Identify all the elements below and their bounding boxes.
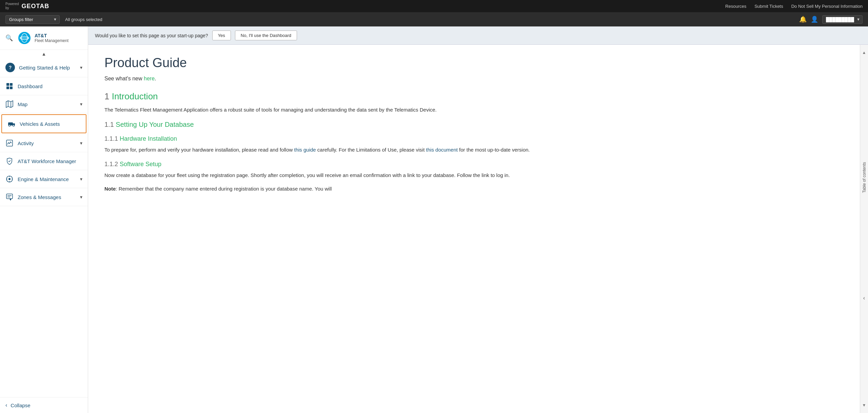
svg-line-19 <box>11 142 12 143</box>
guide-subtitle: See what's new here. <box>104 76 844 82</box>
dashboard-label: Dashboard <box>18 83 82 89</box>
sidebar-brand-name: AT&T <box>35 33 68 38</box>
top-bar: Poweredby GEOTAB Resources Submit Ticket… <box>0 0 868 12</box>
main-content: Would you like to set this page as your … <box>88 26 868 413</box>
att-logo <box>18 32 31 44</box>
vehicles-icon <box>7 120 16 128</box>
search-icon[interactable]: 🔍 <box>4 33 14 43</box>
section-1-1-1-body: To prepare for, perform and verify your … <box>104 146 844 154</box>
resources-link[interactable]: Resources <box>725 4 746 9</box>
section-1-1-title: Setting Up Your Database <box>116 121 194 128</box>
no-dashboard-button[interactable]: No, I'll use the Dashboard <box>235 31 297 40</box>
groups-filter-wrapper: Groups filter ▼ <box>5 15 60 24</box>
user-menu[interactable]: █████████ ▼ <box>822 15 863 24</box>
sidebar-brand-sub: Fleet Management <box>35 38 68 43</box>
user-icon[interactable]: 👤 <box>811 16 818 23</box>
section-1-heading: 1 Introduction <box>104 91 844 102</box>
getting-started-label: Getting Started & Help <box>19 65 76 71</box>
svg-point-21 <box>8 178 11 180</box>
content-scroll[interactable]: Product Guide See what's new here. 1 Int… <box>88 45 860 413</box>
sidebar: 🔍 AT&T Fleet Management ▲ ? Getting Star… <box>0 26 88 413</box>
svg-marker-8 <box>6 101 13 107</box>
section-1-title: Introduction <box>112 91 158 101</box>
note-label: Note <box>104 186 116 192</box>
zones-label: Zones & Messages <box>18 194 76 200</box>
zones-chevron-icon: ▾ <box>80 194 82 200</box>
svg-line-16 <box>7 142 8 144</box>
svg-line-18 <box>9 142 11 144</box>
section-1-1-2-title: Software Setup <box>120 161 161 168</box>
groups-selected-text: All groups selected <box>65 17 102 22</box>
toc-collapse-icon[interactable]: ‹ <box>863 295 865 301</box>
sidebar-item-activity[interactable]: Activity ▾ <box>0 134 88 152</box>
section-1-1-1-heading: 1.1.1 Hardware Installation <box>104 135 844 142</box>
sidebar-item-map[interactable]: Map ▾ <box>0 95 88 113</box>
sidebar-brand: AT&T Fleet Management <box>35 33 68 43</box>
startup-question: Would you like to set this page as your … <box>95 33 208 38</box>
svg-rect-15 <box>6 140 13 146</box>
subtitle-here-link[interactable]: here <box>144 76 155 81</box>
scroll-down-indicator: ▼ <box>862 403 866 408</box>
section-1-body: The Telematics Fleet Management Applicat… <box>104 106 844 114</box>
top-bar-nav: Resources Submit Tickets Do Not Sell My … <box>725 4 863 9</box>
section-1-1-number: 1.1 <box>104 121 116 128</box>
map-icon <box>5 100 14 108</box>
svg-rect-7 <box>10 86 13 89</box>
engine-chevron-icon: ▾ <box>80 176 82 182</box>
sidebar-collapse-button[interactable]: ‹ Collapse <box>0 397 88 413</box>
section-1-1-2-note: Note: Remember that the company name ent… <box>104 185 844 193</box>
getting-started-icon: ? <box>5 63 15 72</box>
submit-tickets-link[interactable]: Submit Tickets <box>754 4 783 9</box>
sidebar-item-zones[interactable]: Zones & Messages ▾ <box>0 188 88 206</box>
zones-icon <box>5 193 14 201</box>
sidebar-item-vehicles[interactable]: Vehicles & Assets <box>1 114 86 133</box>
logo-area: Poweredby GEOTAB <box>5 2 49 10</box>
sidebar-item-workforce[interactable]: AT&T Workforce Manager <box>0 152 88 170</box>
svg-rect-4 <box>6 83 9 86</box>
geotab-logo: GEOTAB <box>21 3 49 10</box>
groups-filter-select[interactable]: Groups filter <box>5 15 60 24</box>
collapse-icon: ‹ <box>5 402 7 408</box>
this-document-link[interactable]: this document <box>426 147 458 153</box>
map-chevron-icon: ▾ <box>80 101 82 107</box>
svg-rect-6 <box>6 86 9 89</box>
getting-started-chevron-icon: ▾ <box>80 65 82 70</box>
startup-bar: Would you like to set this page as your … <box>88 26 868 45</box>
toc-label[interactable]: Table of contents <box>862 162 867 193</box>
section-1-1-2-body: Now create a database for your fleet usi… <box>104 171 844 179</box>
groups-bar: Groups filter ▼ All groups selected 🔔 👤 … <box>0 12 868 26</box>
sidebar-item-engine[interactable]: Engine & Maintenance ▾ <box>0 170 88 188</box>
activity-chevron-icon: ▾ <box>80 140 82 146</box>
sidebar-scroll-up-icon[interactable]: ▲ <box>0 50 88 58</box>
user-menu-label: █████████ <box>826 17 854 22</box>
toc-sidebar: ▲ Table of contents ‹ ▼ <box>860 45 868 413</box>
dashboard-icon <box>5 82 14 90</box>
notification-bell-icon[interactable]: 🔔 <box>799 16 807 23</box>
section-1-1-heading: 1.1 Setting Up Your Database <box>104 121 844 129</box>
activity-label: Activity <box>18 140 76 146</box>
sidebar-header: 🔍 AT&T Fleet Management <box>0 26 88 50</box>
content-area: Product Guide See what's new here. 1 Int… <box>88 45 868 413</box>
app-layout: 🔍 AT&T Fleet Management ▲ ? Getting Star… <box>0 26 868 413</box>
yes-button[interactable]: Yes <box>212 31 231 40</box>
scroll-up-indicator: ▲ <box>862 50 866 55</box>
svg-point-13 <box>9 125 11 126</box>
section-1-1-2-number: 1.1.2 <box>104 161 120 168</box>
subtitle-suffix: . <box>155 76 156 81</box>
this-guide-link[interactable]: this guide <box>294 147 316 153</box>
note-text: : Remember that the company name entered… <box>116 186 332 192</box>
sidebar-item-getting-started[interactable]: ? Getting Started & Help ▾ <box>0 58 88 77</box>
powered-by-text: Poweredby <box>5 2 19 10</box>
hardware-body-suffix: for the most up-to-date version. <box>458 147 530 153</box>
activity-icon <box>5 139 14 147</box>
map-label: Map <box>18 101 76 107</box>
guide-title: Product Guide <box>104 56 844 70</box>
sidebar-item-dashboard[interactable]: Dashboard <box>0 77 88 95</box>
section-1-number: 1 <box>104 91 112 101</box>
section-1-1-1-title: Hardware Installation <box>120 135 177 142</box>
collapse-label: Collapse <box>11 402 30 408</box>
hardware-body-prefix: To prepare for, perform and verify your … <box>104 147 294 153</box>
workforce-icon <box>5 157 14 165</box>
do-not-sell-link[interactable]: Do Not Sell My Personal Information <box>791 4 863 9</box>
section-1-1-1-number: 1.1.1 <box>104 135 120 142</box>
